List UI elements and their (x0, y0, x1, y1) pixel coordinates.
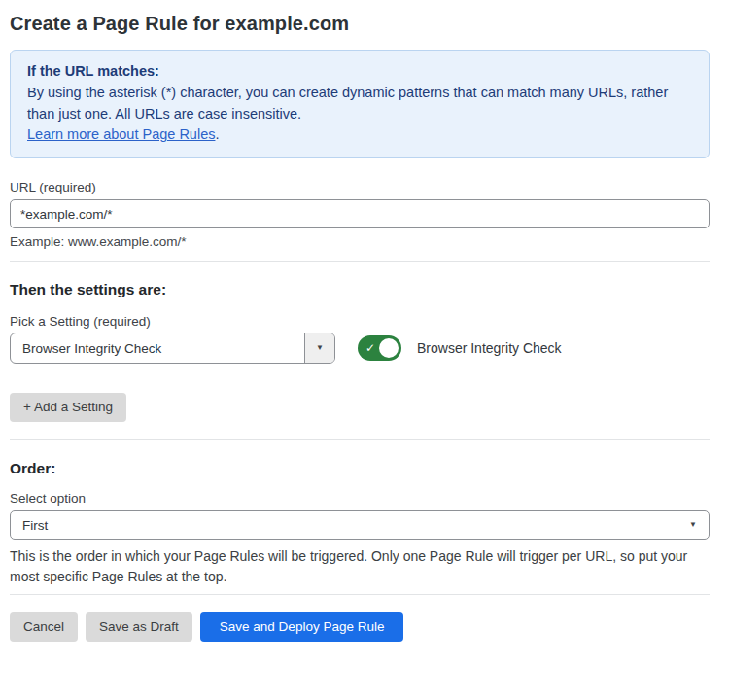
divider (10, 261, 710, 262)
cancel-button[interactable]: Cancel (10, 612, 78, 642)
info-box-body: By using the asterisk (*) character, you… (27, 83, 678, 125)
link-suffix: . (215, 126, 219, 142)
page-title: Create a Page Rule for example.com (10, 13, 710, 35)
settings-section-heading: Then the settings are: (10, 281, 710, 298)
order-select[interactable]: First ▼ (10, 510, 710, 540)
pick-setting-label: Pick a Setting (required) (10, 314, 710, 329)
check-icon: ✓ (365, 342, 375, 354)
setting-select-value: Browser Integrity Check (11, 341, 304, 356)
toggle-label: Browser Integrity Check (417, 340, 562, 356)
footer-actions: Cancel Save as Draft Save and Deploy Pag… (10, 612, 710, 642)
order-select-label: Select option (10, 491, 710, 506)
chevron-down-icon: ▼ (316, 344, 324, 352)
setting-select[interactable]: Browser Integrity Check ▼ (10, 332, 335, 364)
browser-integrity-toggle[interactable]: ✓ (358, 335, 401, 361)
url-field-label: URL (required) (10, 180, 710, 194)
save-deploy-button[interactable]: Save and Deploy Page Rule (200, 612, 404, 642)
learn-more-link[interactable]: Learn more about Page Rules (27, 126, 215, 142)
save-draft-button[interactable]: Save as Draft (86, 612, 192, 642)
add-setting-button[interactable]: + Add a Setting (10, 393, 126, 422)
divider (10, 594, 710, 595)
setting-row: Browser Integrity Check ▼ ✓ Browser Inte… (10, 332, 710, 364)
order-section-heading: Order: (10, 460, 710, 477)
url-field-helper: Example: www.example.com/* (10, 234, 710, 249)
dropdown-arrow-cell: ▼ (304, 333, 334, 363)
toggle-knob (379, 338, 399, 358)
info-box-heading: If the URL matches: (27, 61, 692, 83)
url-match-info-box: If the URL matches: By using the asteris… (10, 50, 710, 158)
order-select-value: First (11, 518, 677, 533)
divider (10, 439, 710, 440)
info-box-link-line: Learn more about Page Rules. (27, 124, 692, 146)
url-input[interactable] (10, 199, 710, 228)
order-arrow-cell: ▼ (677, 521, 709, 529)
chevron-down-icon: ▼ (689, 521, 697, 529)
order-helper-text: This is the order in which your Page Rul… (10, 546, 706, 587)
